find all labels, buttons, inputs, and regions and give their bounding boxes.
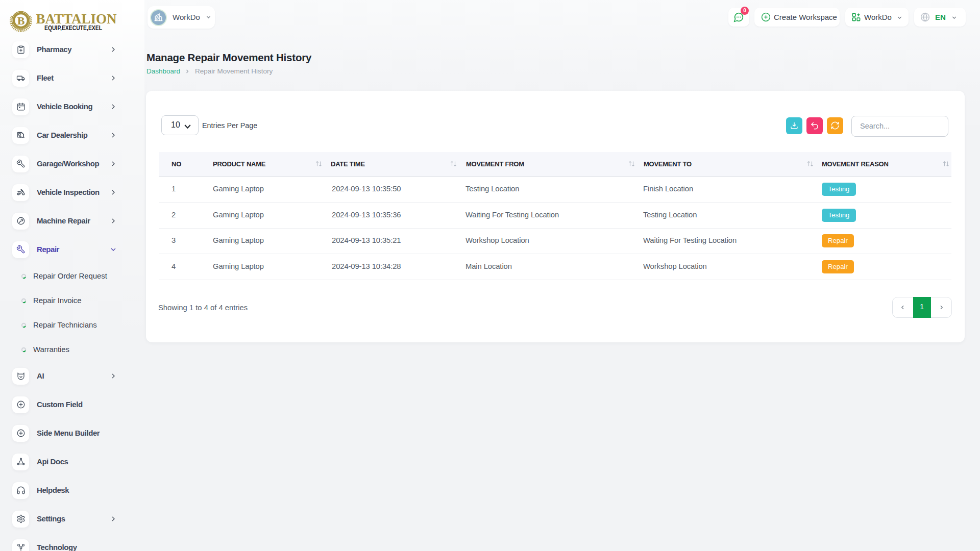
- svg-text:B: B: [17, 14, 25, 27]
